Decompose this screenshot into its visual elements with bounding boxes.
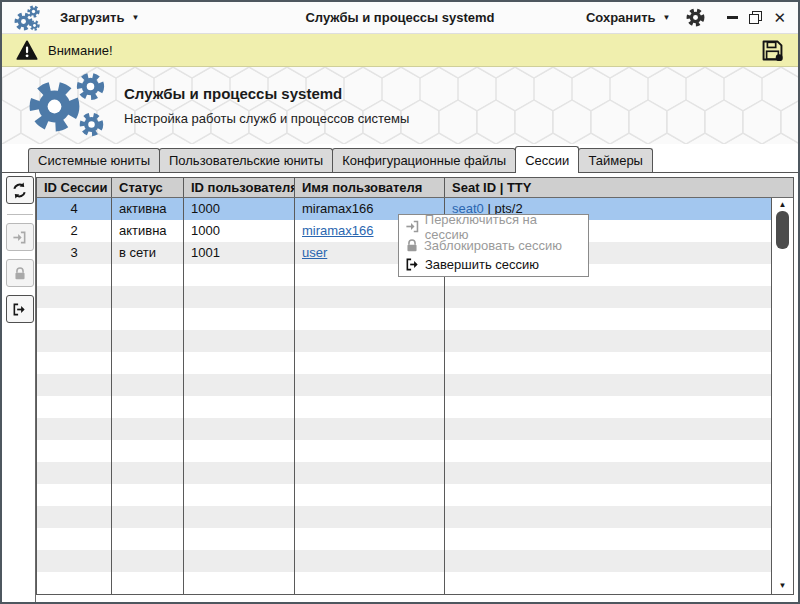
sessions-panel: ID Сессии Статус ID пользователя Имя пол… bbox=[2, 173, 798, 602]
table-row-empty bbox=[37, 528, 771, 550]
toolbar-separator bbox=[7, 214, 33, 215]
chevron-down-icon: ▼ bbox=[131, 13, 139, 22]
scroll-up-icon[interactable]: ▲ bbox=[779, 198, 787, 211]
minimize-icon[interactable] bbox=[727, 16, 738, 19]
menu-item-label: Завершить сессию bbox=[425, 257, 539, 272]
table-row-empty bbox=[37, 484, 771, 506]
tab-sessions[interactable]: Сессии bbox=[515, 146, 579, 173]
warning-text: Внимание! bbox=[48, 43, 113, 58]
user-name-link[interactable]: user bbox=[302, 245, 327, 260]
cell-session-id: 3 bbox=[37, 242, 112, 264]
table-row-empty bbox=[37, 462, 771, 484]
load-menu-label: Загрузить bbox=[60, 10, 124, 25]
menu-item-label: Заблокировать сессию bbox=[424, 238, 562, 253]
restore-window-icon[interactable] bbox=[749, 11, 762, 24]
save-menu-button[interactable]: Сохранить ▼ bbox=[586, 10, 671, 25]
cell-user-id: 1000 bbox=[184, 198, 295, 220]
session-toolbar bbox=[5, 176, 34, 331]
menu-item-switch-session: Переключиться на сессию bbox=[399, 217, 588, 236]
vertical-scrollbar[interactable]: ▲ ▼ bbox=[771, 198, 793, 594]
terminate-session-icon[interactable] bbox=[6, 295, 34, 323]
table-row-empty bbox=[37, 396, 771, 418]
scroll-down-icon[interactable]: ▼ bbox=[779, 579, 787, 592]
tab-system-units[interactable]: Системные юниты bbox=[28, 148, 160, 172]
page-subtitle: Настройка работы служб и процессов систе… bbox=[124, 111, 409, 126]
table-row-empty bbox=[37, 418, 771, 440]
title-bar: Загрузить ▼ Службы и процессы systemd Со… bbox=[2, 2, 798, 34]
app-window: Загрузить ▼ Службы и процессы systemd Со… bbox=[0, 0, 800, 604]
lock-session-icon bbox=[405, 238, 419, 253]
cell-user-id: 1001 bbox=[184, 242, 295, 264]
session-context-menu: Переключиться на сессию Заблокировать се… bbox=[398, 214, 589, 277]
cell-session-id: 4 bbox=[37, 198, 112, 220]
user-name-link[interactable]: miramax166 bbox=[302, 223, 374, 238]
menu-item-label: Переключиться на сессию bbox=[425, 212, 582, 242]
warning-bar: Внимание! bbox=[2, 34, 798, 67]
table-row-empty bbox=[37, 352, 771, 374]
chevron-down-icon: ▼ bbox=[663, 13, 671, 22]
cell-user-id: 1000 bbox=[184, 220, 295, 242]
load-menu-button[interactable]: Загрузить ▼ bbox=[60, 10, 139, 25]
tab-timers[interactable]: Таймеры bbox=[578, 148, 653, 172]
table-row-empty bbox=[37, 440, 771, 462]
table-row-empty bbox=[37, 572, 771, 594]
table-header: ID Сессии Статус ID пользователя Имя пол… bbox=[37, 178, 793, 198]
save-changes-icon[interactable] bbox=[761, 39, 784, 62]
terminate-session-icon bbox=[405, 257, 420, 272]
save-menu-label: Сохранить bbox=[586, 10, 656, 25]
switch-session-icon bbox=[6, 223, 34, 251]
page-title: Службы и процессы systemd bbox=[124, 85, 409, 102]
table-row-empty bbox=[37, 308, 771, 330]
menu-item-lock-session: Заблокировать сессию bbox=[399, 236, 588, 255]
cell-status: активна bbox=[112, 220, 184, 242]
cell-status: активна bbox=[112, 198, 184, 220]
warning-triangle-icon bbox=[16, 40, 38, 61]
cell-status: в сети bbox=[112, 242, 184, 264]
switch-session-icon bbox=[405, 219, 420, 234]
table-row-empty bbox=[37, 330, 771, 352]
scrollbar-thumb[interactable] bbox=[776, 211, 789, 249]
tab-bar: Системные юниты Пользовательские юниты К… bbox=[2, 144, 798, 173]
column-header-user-name[interactable]: Имя пользователя bbox=[295, 178, 445, 197]
table-row-empty bbox=[37, 286, 771, 308]
menu-item-terminate-session[interactable]: Завершить сессию bbox=[399, 255, 588, 274]
close-icon[interactable]: ✕ bbox=[773, 10, 786, 25]
gears-logo-icon bbox=[26, 71, 110, 141]
settings-gear-icon[interactable] bbox=[686, 8, 705, 27]
cell-session-id: 2 bbox=[37, 220, 112, 242]
column-header-status[interactable]: Статус bbox=[112, 178, 184, 197]
refresh-icon[interactable] bbox=[6, 176, 34, 204]
table-row-empty bbox=[37, 506, 771, 528]
app-gears-icon bbox=[14, 5, 42, 31]
table-row-empty bbox=[37, 374, 771, 396]
column-header-session-id[interactable]: ID Сессии bbox=[37, 178, 112, 197]
column-header-user-id[interactable]: ID пользователя bbox=[184, 178, 295, 197]
column-header-seat-tty[interactable]: Seat ID | TTY bbox=[445, 178, 793, 197]
tab-config-files[interactable]: Конфигурационные файлы bbox=[332, 148, 516, 172]
tab-user-units[interactable]: Пользовательские юниты bbox=[159, 148, 333, 172]
table-row-empty bbox=[37, 550, 771, 572]
page-header: Службы и процессы systemd Настройка рабо… bbox=[2, 67, 798, 144]
lock-session-icon bbox=[6, 259, 34, 287]
